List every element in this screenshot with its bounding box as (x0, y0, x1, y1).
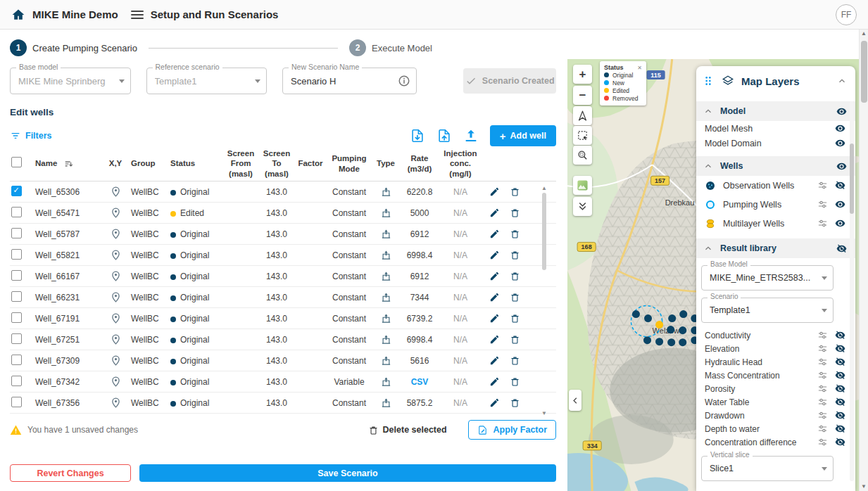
eye-icon[interactable] (835, 123, 845, 134)
eye-icon[interactable] (836, 161, 847, 172)
avatar[interactable]: FF (836, 4, 857, 25)
layer-item-multilayer-wells[interactable]: Multilayer Wells (696, 214, 855, 233)
sliders-icon[interactable] (817, 370, 828, 381)
layer-item-model-domain[interactable]: Model Domain (696, 136, 855, 151)
eye-off-icon[interactable] (835, 437, 845, 447)
scroll-down-icon[interactable]: ▼ (861, 483, 867, 491)
result-item-concentration-difference[interactable]: Concentration difference (696, 435, 855, 449)
collapse-tools-button[interactable] (573, 197, 592, 216)
row-checkbox[interactable] (11, 186, 22, 196)
pump-type-icon[interactable] (381, 250, 391, 260)
apply-factor-button[interactable]: Apply Factor (468, 420, 556, 440)
drag-handle-icon[interactable] (703, 75, 715, 87)
delete-icon[interactable] (510, 186, 520, 197)
zoom-out-button[interactable]: − (573, 86, 592, 105)
reference-scenario-select[interactable]: Reference scenario Template1 (146, 68, 268, 94)
eye-off-icon[interactable] (836, 243, 847, 254)
zoom-to-box-button[interactable] (573, 146, 592, 165)
table-row[interactable]: Well_65787 WellBC Original 143.0 Constan… (10, 224, 556, 245)
eye-off-icon[interactable] (835, 370, 845, 381)
edit-icon[interactable] (489, 208, 500, 218)
row-checkbox[interactable] (11, 312, 22, 323)
filters-button[interactable]: Filters (10, 130, 52, 141)
location-pin-icon[interactable] (110, 355, 122, 366)
menu-icon[interactable] (131, 11, 144, 19)
export-file-icon[interactable] (436, 128, 452, 144)
pump-type-icon[interactable] (381, 397, 391, 408)
table-row[interactable]: Well_67356 WellBC Original 143.0 Constan… (10, 393, 556, 414)
section-wells[interactable]: Wells (696, 156, 855, 176)
pump-type-icon[interactable] (381, 271, 391, 281)
location-pin-icon[interactable] (110, 397, 122, 409)
row-checkbox[interactable] (11, 249, 22, 260)
edit-icon[interactable] (489, 397, 500, 408)
result-item-drawdown[interactable]: Drawdown (696, 409, 855, 422)
eye-off-icon[interactable] (835, 343, 845, 354)
scroll-up-icon[interactable]: ▲ (541, 186, 547, 191)
eye-off-icon[interactable] (835, 397, 845, 407)
section-result-library[interactable]: Result library (696, 238, 855, 258)
pump-type-icon[interactable] (381, 334, 391, 345)
scrollbar-thumb[interactable] (542, 193, 546, 270)
location-pin-icon[interactable] (110, 333, 122, 345)
row-checkbox[interactable] (11, 397, 22, 407)
table-row[interactable]: Well_67251 WellBC Original 143.0 Constan… (10, 329, 556, 350)
delete-icon[interactable] (510, 292, 520, 302)
edit-icon[interactable] (489, 186, 500, 197)
eye-off-icon[interactable] (835, 180, 845, 191)
sliders-icon[interactable] (817, 343, 828, 354)
step-2-circle[interactable]: 2 (349, 39, 366, 56)
location-pin-icon[interactable] (110, 312, 122, 324)
row-checkbox[interactable] (11, 228, 22, 238)
table-row[interactable]: Well_65306 WellBC Original 143.0 Constan… (10, 181, 556, 203)
location-pin-icon[interactable] (110, 207, 122, 219)
step-1-circle[interactable]: 1 (10, 39, 27, 56)
delete-icon[interactable] (510, 376, 520, 387)
location-pin-icon[interactable] (110, 228, 122, 240)
close-icon[interactable]: ✕ (637, 65, 642, 71)
box-select-button[interactable] (573, 126, 592, 145)
result-item-depth-to-water[interactable]: Depth to water (696, 422, 855, 435)
pump-type-icon[interactable] (381, 313, 391, 324)
delete-icon[interactable] (510, 355, 520, 366)
sliders-icon[interactable] (817, 410, 828, 421)
save-scenario-button[interactable]: Save Scenario (139, 464, 556, 482)
eye-off-icon[interactable] (835, 410, 845, 421)
table-row[interactable]: Well_65821 WellBC Original 143.0 Constan… (10, 245, 556, 266)
panel-scrollbar[interactable] (850, 101, 854, 481)
eye-off-icon[interactable] (835, 423, 845, 434)
location-pin-icon[interactable] (110, 249, 122, 261)
chevron-up-icon[interactable] (703, 161, 713, 171)
pump-type-icon[interactable] (381, 355, 391, 366)
scrollbar-thumb[interactable] (850, 144, 854, 214)
delete-icon[interactable] (510, 334, 520, 345)
expand-panel-button[interactable] (569, 390, 581, 411)
delete-icon[interactable] (510, 229, 520, 239)
row-checkbox[interactable] (11, 355, 22, 365)
chevron-up-icon[interactable] (703, 106, 713, 116)
table-row[interactable]: Well_67309 WellBC Original 143.0 Constan… (10, 350, 556, 371)
result-item-mass-concentration[interactable]: Mass Concentration (696, 369, 855, 382)
basemap-button[interactable] (573, 176, 592, 195)
pump-type-icon[interactable] (381, 229, 391, 239)
table-row[interactable]: Well_67342 WellBC Original 143.0 Variabl… (10, 371, 556, 393)
new-scenario-name-field[interactable]: New Scenario Name Scenario H (282, 68, 417, 94)
location-pin-icon[interactable] (110, 186, 122, 198)
location-pin-icon[interactable] (110, 270, 122, 282)
delete-icon[interactable] (510, 250, 520, 260)
result-item-conductivity[interactable]: Conductivity (696, 329, 855, 342)
sliders-icon[interactable] (817, 383, 828, 394)
edit-icon[interactable] (489, 229, 500, 239)
row-checkbox[interactable] (11, 333, 22, 344)
result-item-water-table[interactable]: Water Table (696, 395, 855, 409)
delete-icon[interactable] (510, 313, 520, 324)
edit-icon[interactable] (489, 313, 500, 324)
pump-type-icon[interactable] (381, 186, 391, 197)
delete-selected-button[interactable]: Delete selected (368, 425, 447, 435)
result-item-porosity[interactable]: Porosity (696, 382, 855, 395)
section-model[interactable]: Model (696, 101, 855, 121)
chevron-up-icon[interactable] (837, 76, 847, 86)
table-row[interactable]: Well_67191 WellBC Original 143.0 Constan… (10, 308, 556, 329)
base-model-select[interactable]: Base model MIKE Mine Sprinberg (10, 68, 131, 94)
compass-button[interactable] (573, 106, 592, 125)
